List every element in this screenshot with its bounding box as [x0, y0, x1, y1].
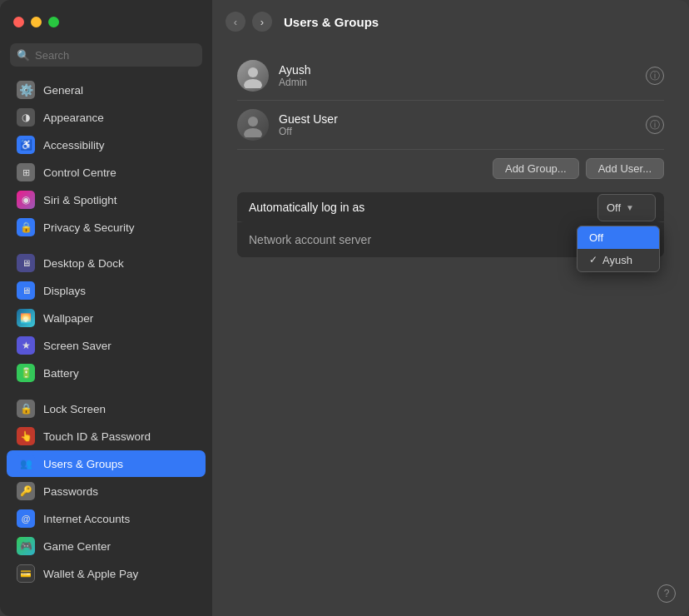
dropdown-label-off: Off — [589, 231, 603, 244]
forward-button[interactable]: › — [252, 12, 272, 32]
lock-screen-icon: 🔒 — [17, 400, 35, 418]
titlebar — [0, 0, 212, 43]
search-input[interactable] — [35, 49, 196, 62]
sidebar-label-wallpaper: Wallpaper — [43, 312, 93, 325]
wallet-icon: 💳 — [17, 564, 35, 583]
sidebar-item-game-center[interactable]: 🎮 Game Center — [7, 533, 206, 559]
control-centre-icon: ⊞ — [17, 163, 35, 181]
sidebar-label-battery: Battery — [43, 367, 79, 380]
help-button[interactable]: ? — [657, 584, 676, 603]
user-role-guest: Off — [279, 126, 646, 137]
auto-login-value: Off — [607, 201, 621, 214]
sidebar-item-siri-spotlight[interactable]: ◉ Siri & Spotlight — [7, 186, 206, 213]
sidebar-item-accessibility[interactable]: ♿ Accessibility — [7, 132, 206, 158]
auto-login-dropdown[interactable]: Off ▼ — [597, 194, 656, 221]
dropdown-item-ayush[interactable]: ✓ Ayush — [577, 249, 659, 271]
sidebar-item-passwords[interactable]: 🔑 Passwords — [7, 478, 206, 504]
sidebar-item-touch-id[interactable]: 👆 Touch ID & Password — [7, 423, 206, 450]
sidebar-label-touch-id: Touch ID & Password — [43, 430, 151, 443]
svg-point-0 — [248, 67, 258, 77]
general-icon: ⚙️ — [17, 81, 35, 99]
network-account-label: Network account server — [249, 233, 608, 246]
siri-icon: ◉ — [17, 191, 35, 209]
main-titlebar: ‹ › Users & Groups — [212, 0, 689, 43]
user-row-ayush[interactable]: Ayush Admin ⓘ — [237, 52, 664, 101]
game-center-icon: 🎮 — [17, 537, 35, 555]
privacy-icon: 🔒 — [17, 218, 35, 236]
maximize-button[interactable] — [48, 17, 59, 27]
sidebar: 🔍 ⚙️ General ◑ Appearance ♿ Accessibilit… — [0, 0, 212, 616]
add-buttons-row: Add Group... Add User... — [237, 150, 664, 187]
main-content: ‹ › Users & Groups Ayush Admin ⓘ — [212, 0, 689, 616]
content-area: Ayush Admin ⓘ Guest User Off ⓘ — [212, 43, 689, 616]
dropdown-label-ayush: Ayush — [602, 254, 632, 266]
sidebar-item-battery[interactable]: 🔋 Battery — [7, 360, 206, 386]
user-row-guest[interactable]: Guest User Off ⓘ — [237, 101, 664, 150]
users-groups-icon: 👥 — [17, 455, 35, 473]
sidebar-label-siri: Siri & Spotlight — [43, 194, 117, 206]
sidebar-item-lock-screen[interactable]: 🔒 Lock Screen — [7, 395, 206, 422]
settings-card: Automatically log in as Off ▼ Off ✓ Ayus… — [237, 192, 664, 257]
sidebar-item-desktop-dock[interactable]: 🖥 Desktop & Dock — [7, 250, 206, 276]
sidebar-label-control-centre: Control Centre — [43, 166, 116, 179]
wallpaper-icon: 🌅 — [17, 309, 35, 327]
search-bar[interactable]: 🔍 — [10, 43, 202, 67]
sidebar-label-lock-screen: Lock Screen — [43, 403, 106, 415]
sidebar-label-desktop: Desktop & Dock — [43, 257, 124, 270]
sidebar-label-screen-saver: Screen Saver — [43, 340, 112, 352]
search-icon: 🔍 — [17, 49, 30, 62]
page-title: Users & Groups — [284, 15, 379, 29]
sidebar-label-internet-accounts: Internet Accounts — [43, 513, 130, 525]
dropdown-chevron-icon: ▼ — [626, 203, 634, 212]
info-button-ayush[interactable]: ⓘ — [646, 67, 664, 85]
dropdown-popup: Off ✓ Ayush — [577, 226, 660, 272]
sidebar-label-passwords: Passwords — [43, 485, 98, 498]
minimize-button[interactable] — [31, 17, 42, 27]
sidebar-item-appearance[interactable]: ◑ Appearance — [7, 104, 206, 131]
close-button[interactable] — [13, 17, 24, 27]
sidebar-list: ⚙️ General ◑ Appearance ♿ Accessibility … — [0, 73, 212, 616]
sidebar-item-general[interactable]: ⚙️ General — [7, 77, 206, 103]
user-info-ayush: Ayush Admin — [279, 63, 646, 88]
checkmark-icon: ✓ — [589, 254, 597, 266]
back-button[interactable]: ‹ — [226, 12, 245, 32]
add-group-button[interactable]: Add Group... — [493, 158, 579, 179]
sidebar-item-internet-accounts[interactable]: @ Internet Accounts — [7, 505, 206, 532]
sidebar-item-users-groups[interactable]: 👥 Users & Groups — [7, 450, 206, 477]
auto-login-row: Automatically log in as Off ▼ Off ✓ Ayus… — [237, 192, 664, 222]
svg-point-2 — [248, 117, 258, 127]
sidebar-item-control-centre[interactable]: ⊞ Control Centre — [7, 159, 206, 186]
accessibility-icon: ♿ — [17, 136, 35, 154]
avatar-ayush — [237, 60, 269, 92]
sidebar-item-screen-saver[interactable]: ★ Screen Saver — [7, 332, 206, 359]
sidebar-label-appearance: Appearance — [43, 112, 104, 124]
svg-point-3 — [244, 128, 262, 137]
touch-id-icon: 👆 — [17, 427, 35, 445]
user-name-guest: Guest User — [279, 112, 646, 126]
auto-login-label: Automatically log in as — [237, 192, 597, 222]
user-name-ayush: Ayush — [279, 63, 646, 77]
screen-saver-icon: ★ — [17, 336, 35, 355]
sidebar-item-wallpaper[interactable]: 🌅 Wallpaper — [7, 305, 206, 331]
appearance-icon: ◑ — [17, 108, 35, 127]
user-role-ayush: Admin — [279, 77, 646, 88]
desktop-dock-icon: 🖥 — [17, 254, 35, 272]
add-user-button[interactable]: Add User... — [586, 158, 664, 179]
sidebar-item-wallet[interactable]: 💳 Wallet & Apple Pay — [7, 560, 206, 587]
sidebar-label-displays: Displays — [43, 285, 86, 297]
user-info-guest: Guest User Off — [279, 112, 646, 137]
sidebar-label-general: General — [43, 84, 83, 97]
sidebar-item-displays[interactable]: 🖥 Displays — [7, 277, 206, 304]
info-button-guest[interactable]: ⓘ — [646, 116, 664, 134]
avatar-guest — [237, 109, 269, 141]
dropdown-item-off[interactable]: Off — [577, 226, 659, 249]
sidebar-item-privacy-security[interactable]: 🔒 Privacy & Security — [7, 214, 206, 241]
sidebar-label-game-center: Game Center — [43, 540, 111, 553]
displays-icon: 🖥 — [17, 281, 35, 300]
svg-point-1 — [244, 79, 262, 88]
sidebar-label-wallet: Wallet & Apple Pay — [43, 568, 138, 580]
sidebar-label-users-groups: Users & Groups — [43, 458, 123, 470]
auto-login-dropdown-container: Off ▼ Off ✓ Ayush — [597, 194, 664, 221]
internet-accounts-icon: @ — [17, 509, 35, 528]
sidebar-label-accessibility: Accessibility — [43, 139, 105, 152]
